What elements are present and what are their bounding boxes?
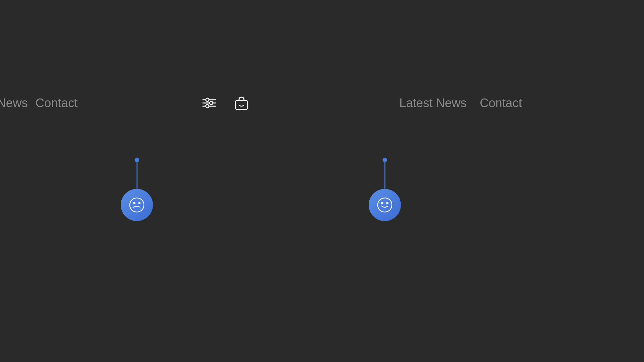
pendulum-left[interactable]: [121, 158, 153, 221]
pendulum-left-line: [137, 162, 137, 189]
svg-point-15: [387, 202, 388, 204]
filter-icon-button[interactable]: [200, 93, 219, 113]
svg-point-11: [134, 202, 135, 204]
svg-point-5: [206, 105, 209, 108]
nav-bar: t News Contact: [0, 87, 644, 119]
sad-face-icon: [128, 197, 145, 213]
nav-item-contact-left[interactable]: Contact: [35, 96, 78, 110]
svg-point-13: [378, 198, 392, 212]
svg-point-14: [382, 202, 383, 204]
pendulum-right-circle[interactable]: [369, 189, 401, 221]
pendulum-right[interactable]: [369, 158, 401, 221]
pendulum-left-top-dot: [135, 158, 139, 162]
svg-point-10: [130, 198, 144, 212]
svg-point-12: [139, 202, 140, 204]
bag-icon-button[interactable]: [232, 93, 251, 113]
happy-face-icon: [376, 197, 393, 213]
svg-point-3: [206, 98, 209, 101]
svg-point-4: [210, 101, 213, 105]
nav-item-contact-right[interactable]: Contact: [480, 96, 522, 110]
pendulum-right-line: [384, 162, 385, 189]
filter-icon: [201, 95, 218, 111]
nav-item-latest-news[interactable]: Latest News: [399, 96, 467, 110]
pendulum-left-circle[interactable]: [121, 189, 153, 221]
svg-rect-6: [236, 100, 247, 109]
pendulum-right-top-dot: [383, 158, 387, 162]
nav-item-news[interactable]: t News: [0, 96, 28, 110]
bag-icon: [233, 95, 250, 111]
